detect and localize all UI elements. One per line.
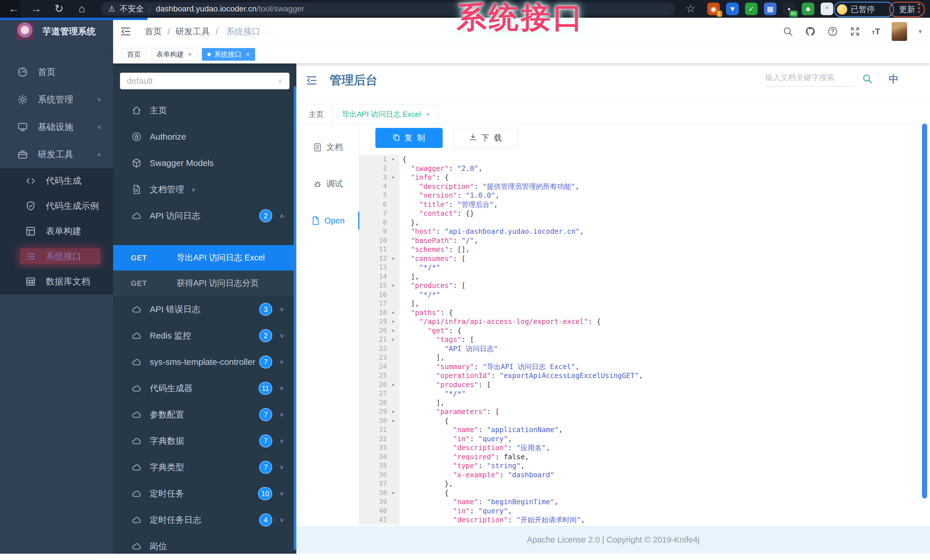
- swagger-menu-item-dict-data[interactable]: 字典数据7∨: [113, 428, 296, 454]
- breadcrumb-item[interactable]: 研发工具: [176, 26, 210, 37]
- fold-icon[interactable]: ▾: [387, 416, 399, 425]
- close-icon[interactable]: ×: [426, 110, 430, 119]
- doc-tab-export-excel[interactable]: 导出API 访问日志 Excel×: [334, 104, 439, 124]
- ext-check-green-icon[interactable]: ✓: [745, 3, 758, 15]
- subnav-item-open[interactable]: Open: [296, 202, 359, 239]
- chevron-down-icon[interactable]: ∨: [189, 186, 198, 193]
- github-icon[interactable]: [805, 26, 816, 37]
- browser-back-icon[interactable]: ←: [5, 0, 22, 18]
- swagger-menu-item-swagger-models[interactable]: Swagger Models: [113, 150, 296, 176]
- sidebar-item-form-builder[interactable]: 表单构建: [0, 219, 113, 244]
- browser-reload-icon[interactable]: ↻: [51, 0, 68, 18]
- fold-icon[interactable]: ▾: [387, 407, 399, 416]
- help-icon[interactable]: [827, 26, 838, 37]
- close-icon[interactable]: ×: [188, 51, 192, 58]
- page-scrollbar[interactable]: [922, 124, 927, 499]
- fold-icon[interactable]: ▾: [387, 308, 399, 318]
- sidebar-item-system-api[interactable]: 系统接口: [0, 244, 113, 269]
- chevron-down-icon[interactable]: ∨: [277, 333, 286, 339]
- fold-icon[interactable]: ▾: [387, 317, 399, 326]
- fold-icon[interactable]: ▾: [387, 488, 399, 498]
- sidebar-item-devtools[interactable]: 研发工具∧: [0, 141, 113, 168]
- swagger-menu-item-doc-manage[interactable]: 文档管理∨: [113, 176, 296, 203]
- ext-grid-blue-icon[interactable]: ▦: [764, 3, 776, 15]
- fold-icon[interactable]: ▾: [387, 326, 399, 335]
- fold-icon[interactable]: ▾: [387, 380, 399, 390]
- fullscreen-icon[interactable]: [850, 26, 861, 37]
- chevron-down-icon[interactable]: ▾: [919, 28, 922, 35]
- tag-tab-form-builder[interactable]: 表单构建×: [151, 48, 197, 61]
- swagger-menu-item-api-error-log[interactable]: API 错误日志3∨: [113, 296, 296, 322]
- ext-star-light-icon[interactable]: *: [821, 3, 833, 15]
- chevron-down-icon[interactable]: ∨: [277, 385, 286, 391]
- chevron-down-icon[interactable]: ∨: [277, 306, 286, 313]
- fold-icon[interactable]: ▾: [387, 155, 399, 164]
- tag-tab-home[interactable]: 首页: [122, 48, 146, 61]
- sidebar-item-codegen-demo[interactable]: 代码生成示例: [0, 193, 113, 219]
- doc-search-input[interactable]: [765, 73, 854, 87]
- chevron-down-icon[interactable]: ∨: [277, 359, 286, 365]
- swagger-menu-item-job-log[interactable]: 定时任务日志4∨: [113, 507, 296, 533]
- fold-icon[interactable]: ▾: [387, 173, 399, 182]
- api-group-select[interactable]: default ∨: [120, 73, 289, 89]
- fold-icon[interactable]: ▾: [387, 281, 399, 290]
- api-item-export-excel[interactable]: GET导出API 访问日志 Excel: [113, 245, 296, 271]
- app-logo[interactable]: 芋道管理系统: [0, 18, 113, 45]
- browser-home-icon[interactable]: ⌂: [73, 0, 91, 18]
- swagger-menu-item-sms-template[interactable]: sys-sms-template-controller7∨: [113, 349, 296, 375]
- code-editor[interactable]: 1▾{2 "swagger": "2.0",3▾ "info": {4 "des…: [359, 155, 930, 525]
- swagger-menu-item-api-access-log[interactable]: API 访问日志2∧: [113, 203, 296, 229]
- doc-search-icon[interactable]: [862, 73, 873, 84]
- avatar[interactable]: [892, 22, 907, 41]
- sidebar-collapse-icon[interactable]: [119, 25, 132, 38]
- doc-collapse-icon[interactable]: [305, 74, 318, 87]
- doc-tab-home[interactable]: 主页: [300, 104, 332, 124]
- swagger-panel-scrollbar[interactable]: [294, 86, 296, 550]
- fold-icon[interactable]: ▾: [387, 335, 399, 344]
- fold-spacer: [387, 497, 399, 506]
- download-button[interactable]: 下 载: [454, 128, 518, 148]
- tag-tab-system-api[interactable]: 系统接口×: [202, 48, 255, 61]
- address-bar[interactable]: ⚠ 不安全 dashboard.yudao.iocoder.cn/tool/sw…: [101, 2, 675, 15]
- search-icon[interactable]: [782, 26, 793, 37]
- swagger-menu-item-home[interactable]: 主页: [113, 97, 296, 124]
- subnav-item-debug[interactable]: 调试: [296, 166, 359, 202]
- swagger-menu-item-code-generator[interactable]: 代码生成器11∨: [113, 375, 296, 402]
- subnav-item-document[interactable]: 文档: [296, 129, 359, 166]
- swagger-menu-item-authorize[interactable]: Authorize: [113, 124, 296, 150]
- language-toggle-icon[interactable]: 中: [889, 73, 899, 86]
- ext-leaf-green-icon[interactable]: ♣: [802, 3, 815, 15]
- swagger-menu-item-param-config[interactable]: 参数配置7∨: [113, 402, 296, 428]
- home-icon: [131, 105, 142, 116]
- fold-icon[interactable]: ▾: [387, 254, 399, 263]
- ext-circle-orange-icon[interactable]: ◉1: [707, 3, 720, 15]
- chevron-down-icon[interactable]: ∨: [277, 464, 286, 470]
- bookmark-star-icon[interactable]: ☆: [686, 0, 696, 18]
- sidebar-item-system[interactable]: 系统管理∨: [0, 86, 113, 113]
- paused-extension-button[interactable]: 已暂停: [834, 2, 894, 17]
- ext-timer-dark-icon[interactable]: ▪6h: [783, 3, 795, 15]
- chevron-down-icon[interactable]: ∨: [277, 438, 286, 444]
- chevron-down-icon[interactable]: ∨: [277, 411, 286, 418]
- chevron-down-icon[interactable]: ∨: [277, 491, 286, 497]
- swagger-menu-item-dict-type[interactable]: 字典类型7∨: [113, 454, 296, 480]
- breadcrumb-item[interactable]: 首页: [145, 26, 162, 37]
- swagger-menu-item-redis-monitor[interactable]: Redis 监控2∨: [113, 322, 296, 349]
- sidebar-item-infra[interactable]: 基础设施∨: [0, 113, 113, 141]
- chevron-down-icon[interactable]: ∨: [277, 517, 286, 523]
- swagger-menu-item-post[interactable]: 岗位: [113, 533, 296, 554]
- swagger-menu-item-job[interactable]: 定时任务10∨: [113, 480, 296, 507]
- sidebar-item-db-doc[interactable]: 数据库文档: [0, 269, 113, 294]
- code-text: ],: [399, 398, 445, 408]
- chevron-up-icon[interactable]: ∧: [277, 213, 286, 219]
- sidebar-item-home[interactable]: 首页: [0, 58, 113, 86]
- ext-pin-blue-icon[interactable]: ▼: [726, 3, 739, 15]
- code-line: 40 "in": "query",: [359, 506, 930, 516]
- close-icon[interactable]: ×: [246, 51, 250, 58]
- browser-forward-icon[interactable]: →: [28, 0, 45, 18]
- copy-button[interactable]: 复 制: [376, 128, 443, 148]
- api-item-access-log-page[interactable]: GET获得API 访问日志分页: [113, 271, 296, 296]
- sidebar-item-codegen[interactable]: 代码生成: [0, 168, 113, 193]
- font-size-icon[interactable]: тT: [872, 27, 880, 36]
- browser-menu-icon[interactable]: [918, 3, 920, 13]
